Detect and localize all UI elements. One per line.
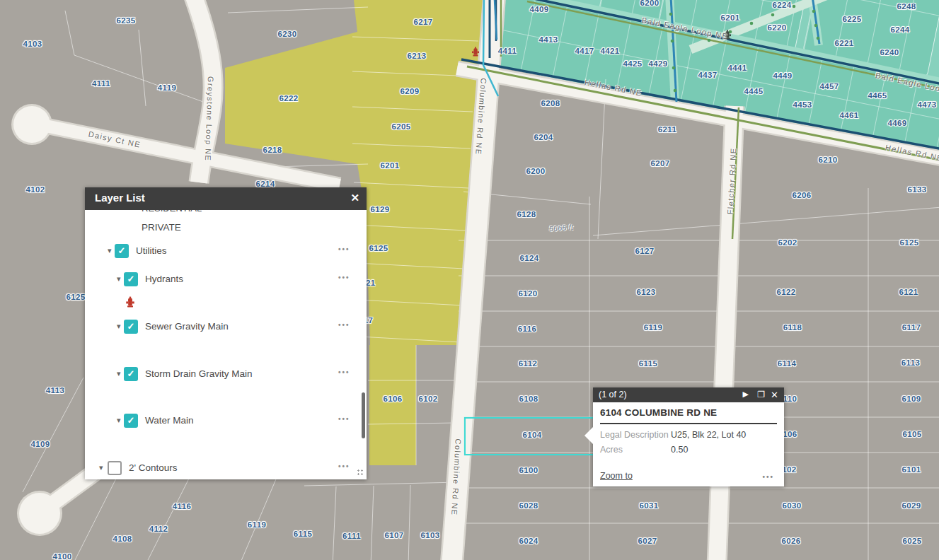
- checkbox-checked[interactable]: ✓: [124, 414, 138, 428]
- checkbox-checked[interactable]: ✓: [124, 320, 138, 334]
- layer-item-water-main[interactable]: ▾ ✓ Water Main •••: [85, 414, 367, 429]
- layer-item-utilities[interactable]: ▾ ✓ Utilities •••: [85, 244, 367, 259]
- street-label: Columbine Rd NE: [474, 78, 488, 156]
- layer-item-storm-drain-gravity-main[interactable]: ▾ ✓ Storm Drain Gravity Main •••: [85, 367, 367, 383]
- parcel-label: 6127: [635, 247, 654, 255]
- checkbox-checked[interactable]: ✓: [124, 272, 138, 286]
- parcel-label: 6204: [534, 133, 553, 141]
- parcel-label: 6119: [644, 323, 663, 332]
- street-label: Daisy Ct NE: [88, 129, 142, 148]
- checkbox-checked[interactable]: ✓: [124, 367, 138, 381]
- parcel-label: 6200: [526, 167, 545, 175]
- parcel-label: 6129: [370, 205, 389, 214]
- layer-item-sewer-gravity-main[interactable]: ▾ ✓ Sewer Gravity Main •••: [85, 320, 367, 335]
- layer-label: Water Main: [145, 415, 194, 426]
- field-row: Acres0.50: [600, 445, 780, 455]
- parcel-label: 6217: [413, 18, 432, 26]
- parcel-label: 6213: [407, 52, 426, 60]
- parcel-label: 4100: [52, 552, 71, 560]
- checkbox-unchecked[interactable]: [108, 461, 122, 475]
- layer-label: Sewer Gravity Main: [145, 321, 229, 332]
- maximize-icon[interactable]: ❐: [757, 390, 765, 399]
- layer-menu-icon[interactable]: •••: [338, 462, 350, 470]
- legend-item-private: PRIVATE: [85, 221, 367, 236]
- chevron-down-icon[interactable]: ▾: [117, 274, 121, 284]
- layer-item-hydrants[interactable]: ▾ ✓ Hydrants •••: [85, 272, 367, 288]
- chevron-down-icon[interactable]: ▾: [117, 322, 121, 331]
- layer-list-header[interactable]: Layer List ✕: [85, 187, 367, 210]
- popup-header[interactable]: (1 of 2) ▶ ❐ ✕: [593, 387, 784, 402]
- street-label: Fletcher Rd NE: [726, 147, 738, 214]
- layer-menu-icon[interactable]: •••: [338, 274, 350, 281]
- parcel-label: 6115: [294, 530, 313, 538]
- parcel-label: 6031: [639, 501, 658, 510]
- parcel-label: 6028: [519, 501, 538, 510]
- close-icon[interactable]: ✕: [771, 390, 778, 400]
- layer-menu-icon[interactable]: •••: [338, 368, 350, 376]
- parcel-label: 6209: [400, 87, 419, 95]
- parcel-label: 6111: [342, 532, 361, 540]
- parcel-label: 6103: [420, 531, 439, 539]
- layer-label: Storm Drain Gravity Main: [145, 368, 253, 379]
- parcel-label: 4103: [23, 40, 42, 48]
- parcel-label: 6202: [778, 238, 797, 247]
- parcel-label: 6218: [263, 146, 282, 154]
- field-row: Legal DescriptionU25, Blk 22, Lot 40: [600, 430, 780, 440]
- next-feature-icon[interactable]: ▶: [743, 390, 749, 399]
- panel-scrollbar-thumb[interactable]: [362, 392, 365, 438]
- divider: [600, 423, 777, 424]
- field-label: Legal Description: [600, 430, 671, 440]
- checkbox-checked[interactable]: ✓: [115, 244, 129, 258]
- chevron-down-icon[interactable]: ▾: [108, 246, 112, 255]
- popup-menu-icon[interactable]: •••: [762, 473, 774, 481]
- parcel-label: 4116: [173, 502, 192, 511]
- panel-resize-handle[interactable]: [357, 469, 364, 477]
- parcel-label: 6117: [902, 323, 921, 332]
- parcel-label: 6222: [279, 94, 298, 103]
- street-label: Greystone Loop NE: [204, 76, 215, 162]
- layer-item-2ft-contours[interactable]: ▾ 2' Contours •••: [85, 461, 367, 477]
- parcel-label: 4111: [92, 79, 110, 88]
- layer-list-body: RESIDENTIAL PRIVATE ▾ ✓ Utilities ••• ▾ …: [85, 210, 367, 479]
- layer-label: Hydrants: [145, 274, 183, 284]
- chevron-down-icon[interactable]: ▾: [117, 416, 121, 425]
- parcel-label: 6112: [519, 359, 538, 368]
- panel-title: Layer List: [95, 192, 145, 204]
- parcel-label: 6108: [519, 395, 538, 403]
- layer-list-panel: Layer List ✕ RESIDENTIAL PRIVATE ▾ ✓ Uti…: [85, 187, 367, 479]
- legend-label: PRIVATE: [142, 222, 181, 233]
- legend-label-residential: RESIDENTIAL: [142, 210, 202, 214]
- parcel-label: 6125: [369, 244, 388, 252]
- field-label: Acres: [600, 445, 671, 455]
- parcel-label: 6116: [518, 325, 537, 333]
- parcel-label: 6025: [902, 537, 921, 545]
- parcel-label: 6102: [418, 395, 437, 403]
- parcel-label: 6235: [116, 16, 135, 25]
- parcel-label: 4109: [30, 440, 50, 448]
- fire-hydrant-legend-icon: [125, 296, 135, 308]
- popup-title: 6104 COLUMBINE RD NE: [600, 407, 717, 418]
- layer-menu-icon[interactable]: •••: [338, 245, 350, 253]
- parcel-label: 4119: [158, 83, 177, 92]
- close-icon[interactable]: ✕: [350, 192, 359, 204]
- map-application[interactable]: 6235 4103 6230 4111 4119 6222 6218 6214 …: [0, 0, 939, 560]
- parcel-label: 6120: [518, 289, 537, 298]
- parcel-label: 6100: [519, 466, 538, 474]
- parcel-label: 6109: [901, 395, 921, 403]
- parcel-label: 6027: [638, 537, 657, 545]
- parcel-label: 6119: [248, 520, 267, 529]
- parcel-label: 6128: [517, 210, 536, 218]
- chevron-down-icon[interactable]: ▾: [117, 369, 121, 378]
- parcel-label: 6133: [907, 185, 926, 194]
- parcel-label: 6107: [384, 531, 403, 539]
- layer-menu-icon[interactable]: •••: [338, 415, 350, 423]
- layer-label: 2' Contours: [129, 462, 178, 473]
- parcel-label: 4102: [25, 185, 45, 194]
- street-label: Columbine Rd NE: [450, 438, 463, 516]
- parcel-label: 6115: [639, 359, 658, 368]
- chevron-down-icon[interactable]: ▾: [99, 463, 103, 472]
- parcel-label: 6201: [380, 161, 399, 170]
- parcel-label: 4113: [46, 386, 65, 395]
- zoom-to-link[interactable]: Zoom to: [600, 471, 633, 481]
- layer-menu-icon[interactable]: •••: [338, 321, 350, 329]
